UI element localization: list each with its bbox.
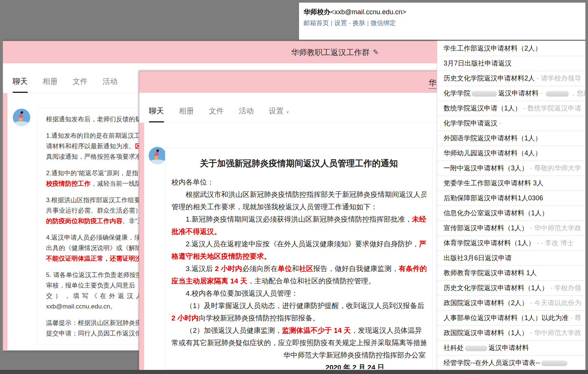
mail-list-item[interactable]: 政国院返汉申请材料（2人） - 今天请以此份为 [437,296,586,311]
tab-label: 文件 [209,107,224,115]
window1-header: 华师教职工返汉工作群 ✎ [3,41,438,63]
text-segment: 管理的相关工作要求，现就加强我校返汉人员管理工作通知如下： [171,203,378,211]
text-segment: 历史文化学院返汉申请材料2人 [444,75,535,82]
edit-group-name-icon[interactable]: ✎ [373,48,379,57]
text-segment: 请材料和程序以最新通知为准。 [46,143,135,150]
text-segment: 向学校新冠肺炎疫情防控指挥部报备。 [199,314,320,322]
text-segment: 和 [292,265,299,273]
email-nav-link[interactable]: 设置 [334,19,347,27]
email-nav-link[interactable]: 换肤 [353,19,365,27]
frame-border-top [0,0,588,3]
tab-chat[interactable]: 聊天 [13,76,28,93]
tab-label: 聊天 [13,77,28,85]
email-sender: 华师校办<xxb@mail.ccnu.edu.cn> [304,7,406,16]
mail-list-item[interactable]: 政国院返汉申请材料（1人） - 华中师范大学政 [437,326,586,341]
mail-subject: 后勤保障部返汉申请材料1人0306 [444,194,543,202]
notice-line: （1）及时掌握返汉人员动态，进行健康防护提醒，收到返汉人员到汉报备后 [171,299,426,312]
text-segment: 温馨提示：根据洪山区新冠肺炎疫情 [46,319,148,326]
mail-list-item[interactable]: 学生工作部返汉申请材料（2人） [437,41,586,56]
text-segment: 的防疫岗位和防疫工作内容 [46,218,122,225]
mail-list-item[interactable]: 人事部单位返汉申请材料（1人）以此为准 - 尊 [437,311,586,326]
tab-album[interactable]: 相册 [43,76,58,93]
mail-subject: 外国语学院返汉申请材料（1人） [444,134,542,142]
text-segment: 返汉申请材料 [488,344,529,352]
text-segment: ，主动配合单位和社区的疫情防控管理。 [247,277,375,285]
mail-subject-list: 学生工作部返汉申请材料（2人）3月7日出版社申请返汉历史文化学院返汉申请材料2人… [437,41,586,374]
text-segment: 必须向所在 [242,265,278,273]
avatar[interactable] [149,147,166,164]
text-segment: 信息化办公室返汉申请材料（1人） [444,209,548,217]
tab-activity[interactable]: 活动 [103,76,118,93]
mail-list-item[interactable]: 社科处返汉申请材料 [437,341,586,356]
mail-list-item[interactable]: 历史文化学院返汉申请材料（1人） - 学校办领 [437,281,586,296]
mail-list-item[interactable]: 教师教育学院返汉申请材料 1人 [437,266,586,281]
email-nav-link[interactable]: 微信绑定 [371,19,396,27]
tab-files[interactable]: 文件 [209,106,224,122]
text-segment: 历史文化学院返汉申请材料（1人） [444,284,548,292]
text-segment: 华师幼儿园返汉申请材料（4人） [444,149,542,157]
text-segment: 2 小时内 [171,314,199,322]
tab-files[interactable]: 文件 [73,76,88,93]
text-segment: 人事部单位返汉申请材料（1人）以此为准 [444,314,569,322]
mail-list-item[interactable]: 后勤保障部返汉申请材料1人0306 [437,191,586,206]
text-segment: 一附中返汉申请材料（3人） [444,164,528,172]
text-segment: 单位 [278,265,292,273]
mail-list-item[interactable]: 化学学院返汉申请材料 - ，您好 [437,86,586,101]
redacted-blur [465,346,487,351]
tab-settings[interactable]: 设置∨ [269,106,289,122]
text-segment: 社区 [299,265,313,273]
text-segment: 宣传部返汉申请材料（1人） [444,224,528,232]
tab-album[interactable]: 相册 [179,106,194,122]
text-segment: 常或有其它新冠肺炎疑似症状的，应立即按照防疫有关规定上报并采取隔离等措施。 [171,339,426,347]
text-segment: 出版社3月6日返汉申请 [444,254,512,262]
tab-chat[interactable]: 聊天 [149,106,164,122]
frame-border-right [585,0,588,374]
mail-list-item[interactable]: 党委学生工作部返汉申请材料 3人 [437,176,586,191]
mail-list-item[interactable]: 宣传部返汉申请材料（1人） - 华中师范大学政 [437,221,586,236]
text-segment: 1.新冠肺炎疫情期间返汉必须获得洪山区新冠肺炎疫情防控指挥部批准， [171,215,412,223]
text-segment: 学生工作部返汉申请材料（2人） [444,45,542,52]
mail-list-item[interactable]: 华师幼儿园返汉申请材料（4人） [437,146,586,161]
email-nav-link[interactable]: 邮箱首页 [304,19,329,27]
mail-subject: 学生工作部返汉申请材料（2人） [444,45,542,52]
mail-subject: 历史文化学院返汉申请材料（1人） [444,284,548,292]
text-segment: 尊敬的华师大学 [534,164,581,172]
mail-list-item[interactable]: 外国语学院返汉申请材料（1人） [437,131,586,146]
text-segment: 化学学院 [444,89,470,97]
mail-preview: 今天请以此份为 [534,299,581,307]
preview-dash: - [528,164,534,172]
mail-list-item[interactable]: 信息化办公室返汉申请材料（1人） [437,206,586,221]
text-segment: ，发现返汉人员体温异 [351,326,422,334]
notice-line: 3.返汉后 2 小时内必须向所在单位和社区报告，做好自我健康监测，有条件的 [171,262,426,275]
redacted-blur [546,91,569,97]
text-segment: 1.通知发布的目的是在前期返汉工作 [46,132,147,139]
mail-preview: - 李改 博士 [541,239,574,247]
mail-list-item[interactable]: 出版社3月6日返汉申请 [437,251,586,266]
text-segment: 化学学院申请返汉 [444,119,497,127]
text-segment: 华中师范大学政 [534,224,581,232]
tab-activity[interactable]: 活动 [239,106,254,122]
text-segment: 外国语学院返汉申请材料（1人） [444,134,542,142]
notice-line: 应当主动居家隔离 14 天，主动配合单位和社区的疫情防控管理。 [171,275,426,287]
mail-list-item[interactable]: 历史文化学院返汉申请材料2人 - 请学校办领导 [437,71,586,86]
group-title-text: 华师教职工返汉工作群 [291,47,370,58]
mail-subject: 化学学院返汉申请材料 [444,89,539,97]
mail-preview: 尊 [575,314,581,322]
tab-label: 活动 [103,77,118,85]
text-segment: 应当主动居家隔离 14 天 [171,277,247,285]
email-header-panel: 华师校办<xxb@mail.ccnu.edu.cn> 邮箱首页 | 设置 - 换… [299,3,585,40]
mail-list-item[interactable]: 一附中返汉申请材料（3人） - 尊敬的华师大学 [437,161,586,176]
text-segment: （2）加强返汉人员健康监测， [171,326,282,334]
mail-list-item[interactable]: 经管学院--在外人员返汉申请表-- [437,356,586,371]
mail-list-item[interactable]: 体育学院返汉申请材料（1人） - - 李改 博士 [437,236,586,251]
text-segment: 4.校内各单位要加强返汉人员管理： [171,289,298,297]
mail-list-item[interactable]: 3月7日出版社申请返汉 [437,56,586,71]
email-nav-separator: | [329,19,334,27]
mail-list-item[interactable]: 数统学院返汉申请（1人） - 数统学院返汉申请 [437,101,586,116]
chevron-down-icon: ∨ [286,109,289,115]
preview-dash: - [535,75,541,82]
text-segment: 数统学院返汉申请 [527,104,581,112]
tab-label: 设置 [269,107,284,115]
mail-list-item[interactable]: 化学学院申请返汉 - [437,116,586,131]
avatar[interactable] [13,109,30,126]
